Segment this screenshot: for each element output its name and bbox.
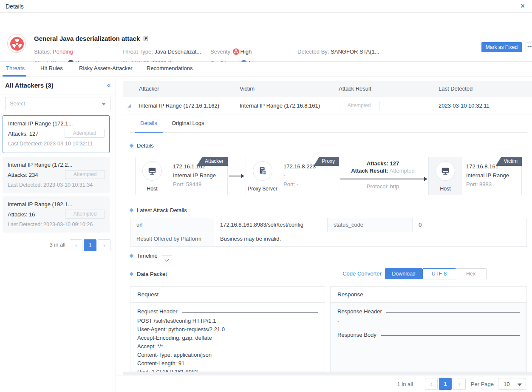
attacker-node: Host 172.16.1.162 Internal IP Range Port… <box>135 157 228 195</box>
details-panel: Details × General Java deserialization a… <box>0 0 532 392</box>
next-page-button[interactable]: › <box>453 378 466 390</box>
detected-by-field: Detected By: SANGFOR STA(1... <box>297 48 379 55</box>
request-line: User-Agent: python-requests/2.21.0 <box>137 325 318 334</box>
section-title: Timeline <box>137 253 158 259</box>
per-page-value: 10 <box>504 381 509 387</box>
request-line: Content-Type: application/json <box>137 351 318 359</box>
collapse-sidebar-icon[interactable]: « <box>107 81 110 88</box>
detected-by-value: SANGFOR STA(1... <box>331 48 379 55</box>
page-1-button[interactable]: 1 <box>439 378 452 390</box>
tab-details[interactable]: Details <box>140 120 157 126</box>
attack-flow-diagram: Host 172.16.1.162 Internal IP Range Port… <box>130 155 527 199</box>
attacker-filter-select[interactable]: Select <box>5 97 110 110</box>
attacker-card[interactable]: Internal IP Range (172.1... Attacks: 127… <box>3 115 110 153</box>
last-detected: Last Detected: 2023-03-10 10:31:34 <box>8 182 93 188</box>
severity-value: High <box>241 48 252 55</box>
detail-key: status_code <box>328 218 413 232</box>
response-header-label: Response Header <box>337 308 382 315</box>
per-page-select[interactable]: 10 <box>498 378 526 390</box>
proxy-icon-zone: Proxy Server <box>246 157 279 195</box>
total-count: 1 in all <box>397 381 413 387</box>
status-value: Pending <box>53 48 73 55</box>
node-type-label: Proxy Server <box>246 186 279 192</box>
table-pagination: 1 in all ‹ 1 › Per Page 10 <box>116 375 532 392</box>
response-panel: Response Response Header - Response Body <box>330 286 527 372</box>
sidebar-pagination: 3 in all ‹ 1 › <box>0 236 116 254</box>
close-icon[interactable]: × <box>517 0 529 13</box>
attacker-name: Internal IP Range (172.1... <box>8 120 73 127</box>
next-page-button[interactable]: › <box>98 239 110 251</box>
download-button[interactable]: Download <box>385 268 422 279</box>
threat-title-text: General Java deserialization attack <box>34 35 140 42</box>
divider-line <box>182 312 318 312</box>
threat-type-label: Threat Type: <box>122 48 153 55</box>
sidebar-header: All Attackers (3) « <box>0 77 116 94</box>
row-victim: Internal IP Range (172.16.8.161) <box>240 102 320 109</box>
attacker-ribbon: Attacker <box>197 157 228 166</box>
attack-count: Attacks: 127 <box>8 131 39 137</box>
request-line: Accept-Encoding: gzip, deflate <box>137 334 318 342</box>
attack-result-badge: Attempted <box>65 170 105 179</box>
victim-range: Internal IP Range <box>466 171 509 180</box>
request-panel-body: Request Header POST /solr/test/config HT… <box>130 303 325 372</box>
tab-threats[interactable]: Threats <box>6 65 25 71</box>
victim-port: Port: 8983 <box>466 180 509 189</box>
spacer <box>337 325 520 332</box>
attacker-card[interactable]: Internal IP Range (172.2... Attacks: 234… <box>3 157 110 193</box>
prev-page-button[interactable]: ‹ <box>425 378 438 390</box>
attacker-range: Internal IP Range <box>173 171 216 180</box>
panel-titlebar: Details × <box>0 0 532 13</box>
victim-ribbon: Victim <box>496 157 522 166</box>
attacker-name: Internal IP Range (172.2... <box>8 162 72 168</box>
node-type-label: Host <box>429 186 462 192</box>
attacker-card[interactable]: Internal IP Range (192.1... Attacks: 16 … <box>3 196 110 233</box>
last-detected: Last Detected: 2023-03-10 09:10:26 <box>8 222 93 227</box>
prev-page-button[interactable]: ‹ <box>70 239 82 251</box>
detail-key: url <box>130 218 214 232</box>
proxy-node: Proxy Server 172.16.8.223 - Port: - Prox… <box>246 157 339 195</box>
more-actions-button[interactable]: ••• <box>526 42 532 52</box>
severity-field: Severity:High <box>210 48 252 56</box>
proxy-server-icon <box>253 161 272 181</box>
attackers-sidebar: All Attackers (3) « Select Internal IP R… <box>0 77 116 392</box>
horizontal-scrollbar[interactable] <box>123 372 532 375</box>
edge-info: Attacks: 127 Attack Result: Attempted <box>339 160 427 174</box>
tab-hit-rules[interactable]: Hit Rules <box>40 65 63 71</box>
detail-key: Result Offered by Platform <box>130 232 214 246</box>
active-subtab-indicator <box>135 132 163 133</box>
column-attacker: Attacker <box>139 85 159 92</box>
tab-original-logs[interactable]: Original Logs <box>172 120 204 126</box>
mark-as-fixed-button[interactable]: Mark as Fixed <box>481 42 522 52</box>
request-header-divider: Request Header <box>137 308 318 315</box>
response-panel-title: Response <box>331 287 526 303</box>
code-converter-link[interactable]: Code Converter <box>342 270 382 277</box>
expand-row-icon[interactable] <box>127 104 131 108</box>
per-page-label: Per Page <box>471 381 494 387</box>
table-row[interactable]: Internal IP Range (172.16.1.162) Interna… <box>123 97 532 114</box>
page-1-button[interactable]: 1 <box>84 239 96 251</box>
request-panel-title: Request <box>130 287 325 303</box>
main-tabbar: Threats Hit Rules Risky Assets-Attacker … <box>0 62 532 77</box>
tab-recommendations[interactable]: Recommendations <box>147 65 192 71</box>
detail-value: Business may be invalid. <box>214 232 526 246</box>
edge-protocol: Protocol: http <box>339 183 427 190</box>
detected-by-label: Detected By: <box>297 48 329 55</box>
tab-risky-assets-attacker[interactable]: Risky Assets-Attacker <box>79 65 133 71</box>
node-type-label: Host <box>136 186 169 192</box>
attacker-port: Port: 58449 <box>173 180 216 189</box>
proxy-ip: 172.16.8.223 <box>283 162 316 171</box>
request-header-label: Request Header <box>137 308 178 315</box>
attacker-node-text: 172.16.1.162 Internal IP Range Port: 584… <box>173 162 216 189</box>
attack-result-badge: Attempted <box>65 210 105 219</box>
status-label: Status: <box>34 48 51 55</box>
section-title: Data Packet <box>137 271 167 277</box>
attacker-icon-zone: Host <box>136 157 169 195</box>
hex-toggle-button[interactable]: Hex <box>456 268 487 279</box>
utf8-toggle-button[interactable]: UTF-8 <box>422 268 456 279</box>
document-copy-icon[interactable] <box>143 35 149 43</box>
section-title: Details <box>137 142 154 149</box>
table-header: Attacker Victim Attack Result Last Detec… <box>123 81 532 97</box>
flow-arrow <box>229 176 243 176</box>
latest-attack-details-table: url 172.16.8.161:8983/solr/test/config s… <box>130 218 527 247</box>
timeline-toggle-button[interactable] <box>162 255 172 265</box>
